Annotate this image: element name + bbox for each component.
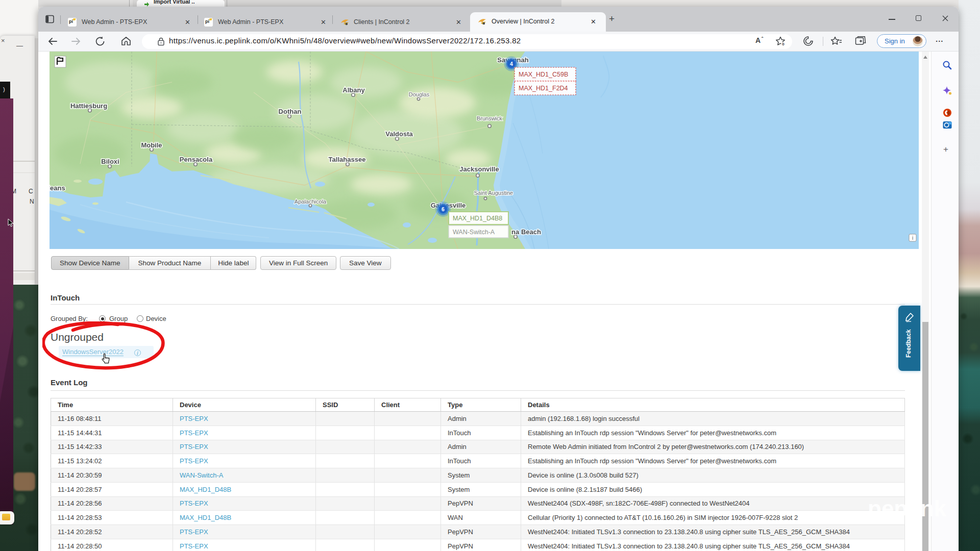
svg-text:Tallahassee: Tallahassee — [329, 156, 366, 163]
svg-text:4: 4 — [510, 61, 513, 67]
svg-text:Saint Augustine: Saint Augustine — [474, 190, 513, 196]
svg-text:6: 6 — [442, 206, 445, 212]
svg-text:WAN-Switch-A: WAN-Switch-A — [453, 229, 495, 236]
svg-text:Dothan: Dothan — [279, 108, 302, 115]
svg-text:Apalachicola: Apalachicola — [295, 198, 327, 205]
svg-text:Douglas: Douglas — [409, 91, 430, 97]
svg-text:Jacksonville: Jacksonville — [459, 165, 499, 173]
svg-text:Albany: Albany — [342, 86, 365, 94]
svg-text:na Beach: na Beach — [511, 228, 541, 236]
svg-text:Mobile: Mobile — [141, 141, 162, 149]
svg-text:Hattiesburg: Hattiesburg — [70, 102, 107, 110]
svg-text:Valdosta: Valdosta — [385, 130, 413, 138]
svg-text:0: 0 — [782, 42, 785, 46]
svg-text:i: i — [912, 235, 913, 241]
svg-text:Brunswick: Brunswick — [477, 115, 503, 121]
svg-text:leans: leans — [50, 184, 65, 192]
svg-text:Pensacola: Pensacola — [180, 156, 213, 163]
svg-text:MAX_HD1_D4B8: MAX_HD1_D4B8 — [453, 215, 502, 222]
svg-text:MAX_HD1_F2D4: MAX_HD1_F2D4 — [519, 85, 568, 92]
svg-text:MAX_HD1_C59B: MAX_HD1_C59B — [519, 71, 568, 78]
svg-text:Biloxi: Biloxi — [101, 158, 119, 165]
